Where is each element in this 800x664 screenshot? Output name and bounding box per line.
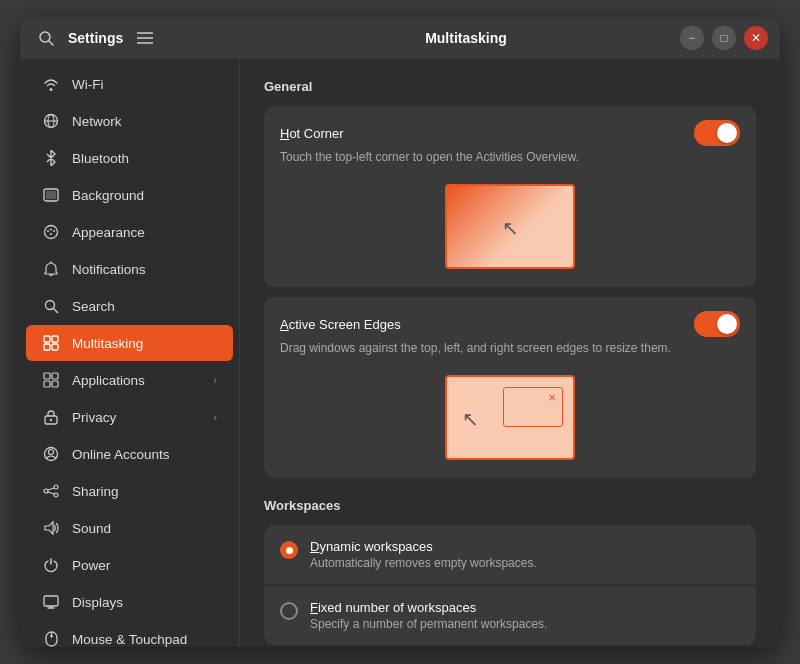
sidebar-item-search[interactable]: Search	[26, 288, 233, 324]
sidebar-item-network[interactable]: Network	[26, 103, 233, 139]
hot-corner-title: Hot Corner	[280, 124, 344, 142]
sidebar-item-background[interactable]: Background	[26, 177, 233, 213]
appearance-label: Appearance	[72, 225, 217, 240]
fixed-workspaces-text: Fixed number of workspaces Specify a num…	[310, 600, 547, 631]
power-label: Power	[72, 558, 217, 573]
online-accounts-icon	[42, 445, 60, 463]
dynamic-workspaces-row: Dynamic workspaces Automatically removes…	[280, 539, 740, 570]
active-screen-edges-desc: Drag windows against the top, left, and …	[280, 341, 740, 355]
sidebar-item-sound[interactable]: Sound	[26, 510, 233, 546]
hot-corner-preview: ↖	[280, 176, 740, 273]
svg-rect-19	[44, 344, 50, 350]
window-title: Multitasking	[252, 30, 680, 46]
hot-corner-card: Hot Corner Touch the top-left corner to …	[264, 106, 756, 287]
svg-point-40	[50, 635, 52, 637]
multitasking-label: Multitasking	[72, 336, 217, 351]
dynamic-workspaces-radio[interactable]	[280, 541, 298, 559]
workspaces-section-title: Workspaces	[264, 498, 756, 513]
sidebar-item-wifi[interactable]: Wi-Fi	[26, 66, 233, 102]
svg-rect-24	[52, 381, 58, 387]
sidebar-item-notifications[interactable]: Notifications	[26, 251, 233, 287]
sidebar: Wi-Fi Network Bluetoot	[20, 59, 240, 647]
sidebar-item-bluetooth[interactable]: Bluetooth	[26, 140, 233, 176]
sidebar-item-privacy[interactable]: Privacy ›	[26, 399, 233, 435]
svg-marker-34	[45, 522, 53, 534]
displays-label: Displays	[72, 595, 217, 610]
mini-window: ✕	[503, 387, 563, 427]
mouse-icon	[42, 630, 60, 647]
settings-label: Settings	[68, 30, 123, 46]
sidebar-item-online-accounts[interactable]: Online Accounts	[26, 436, 233, 472]
search-icon	[42, 297, 60, 315]
active-screen-edges-card: Active Screen Edges Drag windows against…	[264, 297, 756, 478]
background-icon	[42, 186, 60, 204]
edge-cursor-icon: ↖	[462, 407, 479, 431]
fixed-workspaces-radio[interactable]	[280, 602, 298, 620]
sharing-label: Sharing	[72, 484, 217, 499]
online-accounts-label: Online Accounts	[72, 447, 217, 462]
general-section-title: General	[264, 79, 756, 94]
sound-icon	[42, 519, 60, 537]
sidebar-item-appearance[interactable]: Appearance	[26, 214, 233, 250]
svg-line-16	[53, 308, 57, 312]
network-icon	[42, 112, 60, 130]
applications-icon	[42, 371, 60, 389]
svg-point-13	[53, 230, 55, 232]
titlebar-left: Settings	[32, 24, 252, 52]
close-button[interactable]: ✕	[744, 26, 768, 50]
sharing-icon	[42, 482, 60, 500]
hot-corner-preview-image: ↖	[445, 184, 575, 269]
search-label: Search	[72, 299, 217, 314]
maximize-button[interactable]: □	[712, 26, 736, 50]
svg-line-1	[49, 41, 53, 45]
sidebar-item-sharing[interactable]: Sharing	[26, 473, 233, 509]
svg-point-30	[54, 485, 58, 489]
applications-chevron: ›	[213, 374, 217, 386]
dynamic-workspaces-text: Dynamic workspaces Automatically removes…	[310, 539, 537, 570]
content-area: General Hot Corner Touch the top-left co…	[240, 59, 780, 647]
svg-line-33	[48, 492, 54, 494]
active-screen-edges-preview: ↖ ✕	[280, 367, 740, 464]
wifi-label: Wi-Fi	[72, 77, 217, 92]
appearance-icon	[42, 223, 60, 241]
svg-point-10	[45, 226, 58, 239]
power-icon	[42, 556, 60, 574]
hot-corner-desc: Touch the top-left corner to open the Ac…	[280, 150, 740, 164]
privacy-chevron: ›	[213, 411, 217, 423]
menu-button[interactable]	[131, 24, 159, 52]
dynamic-workspaces-card[interactable]: Dynamic workspaces Automatically removes…	[264, 525, 756, 584]
svg-point-12	[50, 229, 52, 231]
sidebar-item-applications[interactable]: Applications ›	[26, 362, 233, 398]
notifications-icon	[42, 260, 60, 278]
svg-rect-17	[44, 336, 50, 342]
main-content: Wi-Fi Network Bluetoot	[20, 59, 780, 647]
wifi-icon	[42, 75, 60, 93]
sidebar-item-mouse-touchpad[interactable]: Mouse & Touchpad	[26, 621, 233, 647]
sidebar-item-power[interactable]: Power	[26, 547, 233, 583]
hot-corner-toggle[interactable]	[694, 120, 740, 146]
svg-rect-18	[52, 336, 58, 342]
sidebar-item-multitasking[interactable]: Multitasking	[26, 325, 233, 361]
background-label: Background	[72, 188, 217, 203]
minimize-button[interactable]: −	[680, 26, 704, 50]
svg-point-26	[50, 419, 52, 421]
applications-label: Applications	[72, 373, 201, 388]
svg-line-32	[48, 488, 54, 490]
fixed-workspaces-row: Fixed number of workspaces Specify a num…	[280, 600, 740, 631]
multitasking-icon	[42, 334, 60, 352]
active-screen-edges-toggle[interactable]	[694, 311, 740, 337]
active-screen-edges-title: Active Screen Edges	[280, 315, 401, 333]
svg-rect-35	[44, 596, 58, 606]
bluetooth-label: Bluetooth	[72, 151, 217, 166]
sidebar-item-displays[interactable]: Displays	[26, 584, 233, 620]
svg-rect-20	[52, 344, 58, 350]
network-label: Network	[72, 114, 217, 129]
fixed-workspaces-card[interactable]: Fixed number of workspaces Specify a num…	[264, 586, 756, 645]
svg-rect-23	[44, 381, 50, 387]
search-button[interactable]	[32, 24, 60, 52]
hot-corner-header: Hot Corner	[280, 120, 740, 146]
svg-point-29	[44, 489, 48, 493]
svg-point-31	[54, 493, 58, 497]
privacy-label: Privacy	[72, 410, 201, 425]
settings-window: Settings Multitasking − □ ✕	[20, 17, 780, 647]
